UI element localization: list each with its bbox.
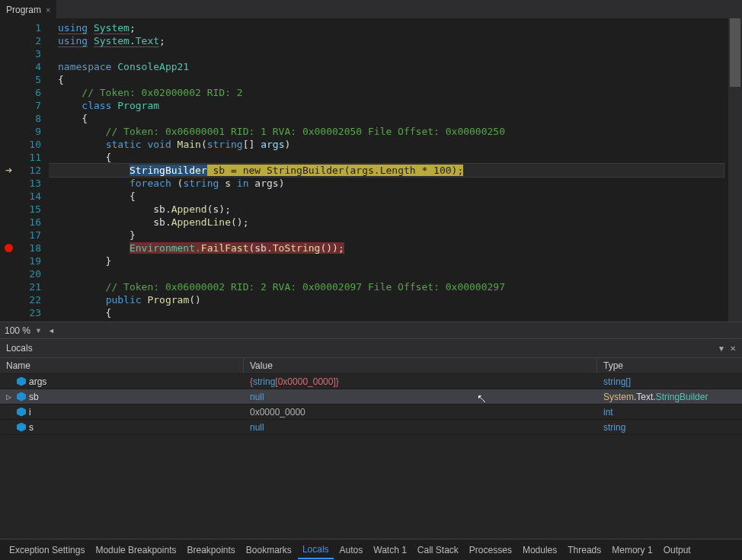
- column-name[interactable]: Name: [0, 358, 244, 373]
- chevron-down-icon[interactable]: ▼: [35, 327, 42, 334]
- code-editor[interactable]: ➔ 123 456 789 101112 131415 161718 19202…: [0, 18, 742, 322]
- tab-memory1[interactable]: Memory 1: [607, 542, 657, 558]
- current-execution-line: StringBuilder sb = new StringBuilder(arg…: [49, 164, 724, 177]
- zoom-bar: 100 % ▼ ◄: [0, 322, 742, 338]
- tab-modules[interactable]: Modules: [518, 542, 561, 558]
- tab-watch1[interactable]: Watch 1: [369, 542, 411, 558]
- close-icon[interactable]: ×: [46, 5, 50, 14]
- tab-exception-settings[interactable]: Exception Settings: [5, 542, 89, 558]
- table-row[interactable]: args {string[0x0000_0000]} string[]: [0, 374, 742, 389]
- document-tab-program[interactable]: Program ×: [0, 0, 56, 18]
- dropdown-icon[interactable]: ▼: [718, 344, 725, 353]
- object-icon: [17, 377, 26, 386]
- current-line-arrow-icon: ➔: [0, 164, 17, 177]
- tab-module-breakpoints[interactable]: Module Breakpoints: [91, 542, 181, 558]
- document-tab-bar: Program ×: [0, 0, 742, 18]
- scroll-left-icon[interactable]: ◄: [48, 327, 55, 334]
- code-content[interactable]: using System; using System.Text; namespa…: [49, 18, 728, 322]
- line-numbers: 123 456 789 101112 131415 161718 192021 …: [17, 18, 49, 322]
- breakpoint-icon[interactable]: [0, 242, 17, 254]
- table-row[interactable]: s null string: [0, 420, 742, 435]
- tab-breakpoints[interactable]: Breakpoints: [182, 542, 239, 558]
- locals-grid: args {string[0x0000_0000]} string[] ▷sb …: [0, 374, 742, 539]
- vertical-scrollbar[interactable]: [728, 18, 742, 322]
- locals-panel: Locals ▼ ✕ Name Value Type args {string[…: [0, 338, 742, 539]
- panel-title: Locals: [6, 343, 33, 354]
- tab-processes[interactable]: Processes: [465, 542, 517, 558]
- grid-header: Name Value Type: [0, 357, 742, 374]
- tab-autos[interactable]: Autos: [335, 542, 368, 558]
- object-icon: [17, 408, 26, 417]
- gutter: ➔: [0, 18, 17, 322]
- table-row[interactable]: i 0x0000_0000 int: [0, 405, 742, 420]
- tab-bookmarks[interactable]: Bookmarks: [241, 542, 296, 558]
- tab-call-stack[interactable]: Call Stack: [413, 542, 463, 558]
- column-value[interactable]: Value: [244, 358, 597, 373]
- bottom-tab-strip: Exception Settings Module Breakpoints Br…: [0, 539, 742, 560]
- scrollbar-thumb[interactable]: [730, 18, 740, 87]
- tab-output[interactable]: Output: [659, 542, 696, 558]
- close-icon[interactable]: ✕: [730, 344, 736, 353]
- object-icon: [17, 423, 26, 432]
- object-icon: [17, 392, 26, 402]
- table-row[interactable]: ▷sb null System.Text.StringBuilder: [0, 389, 742, 405]
- expand-icon[interactable]: ▷: [6, 393, 14, 401]
- column-type[interactable]: Type: [597, 358, 742, 373]
- panel-header[interactable]: Locals ▼ ✕: [0, 339, 742, 357]
- tab-threads[interactable]: Threads: [563, 542, 606, 558]
- zoom-level[interactable]: 100 %: [5, 325, 30, 336]
- tab-locals[interactable]: Locals: [298, 541, 334, 559]
- tab-title: Program: [6, 5, 41, 15]
